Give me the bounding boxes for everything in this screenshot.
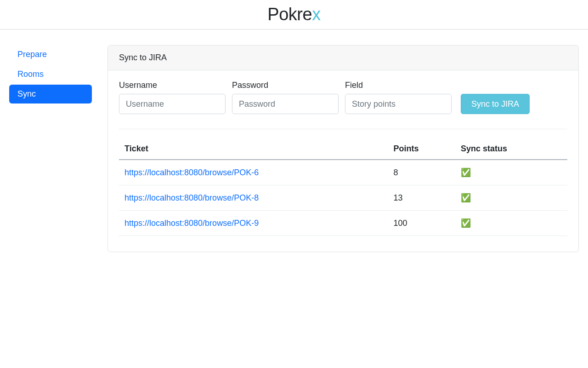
points-cell: 13 (388, 185, 455, 211)
password-input[interactable] (232, 94, 339, 114)
field-input[interactable] (345, 94, 452, 114)
ticket-link[interactable]: https://localhost:8080/browse/POK-9 (124, 218, 259, 228)
check-icon: ✅ (461, 218, 471, 228)
check-icon: ✅ (461, 193, 471, 202)
password-label: Password (232, 80, 339, 90)
username-label: Username (119, 80, 226, 90)
ticket-link[interactable]: https://localhost:8080/browse/POK-8 (124, 193, 259, 202)
col-header-points: Points (388, 138, 455, 160)
table-row: https://localhost:8080/browse/POK-9 100 … (119, 211, 567, 236)
logo-text: Pokre (267, 5, 312, 24)
sync-button[interactable]: Sync to JIRA (461, 94, 530, 114)
col-header-ticket: Ticket (119, 138, 388, 160)
main-container: Prepare Rooms Sync Sync to JIRA Username… (0, 29, 588, 252)
sidebar-item-label: Rooms (17, 69, 44, 79)
sidebar-nav: Prepare Rooms Sync (9, 45, 92, 252)
col-header-status: Sync status (455, 138, 567, 160)
main-panel: Sync to JIRA Username Password Field (107, 45, 579, 252)
card-body: Username Password Field Sync to JIRA (108, 70, 578, 252)
field-group: Field (345, 80, 452, 114)
field-label: Field (345, 80, 452, 90)
sync-form: Username Password Field Sync to JIRA (119, 80, 567, 129)
sidebar-item-label: Prepare (17, 50, 47, 59)
card-title: Sync to JIRA (108, 46, 578, 70)
username-input[interactable] (119, 94, 226, 114)
table-row: https://localhost:8080/browse/POK-8 13 ✅ (119, 185, 567, 211)
tickets-table: Ticket Points Sync status https://localh… (119, 138, 567, 236)
points-cell: 100 (388, 211, 455, 236)
sidebar-item-rooms[interactable]: Rooms (9, 65, 92, 84)
app-header: Pokrex (0, 0, 588, 29)
username-group: Username (119, 80, 226, 114)
table-header-row: Ticket Points Sync status (119, 138, 567, 160)
table-row: https://localhost:8080/browse/POK-6 8 ✅ (119, 160, 567, 185)
sidebar-item-prepare[interactable]: Prepare (9, 45, 92, 64)
logo-accent: x (312, 5, 321, 24)
sidebar-item-sync[interactable]: Sync (9, 85, 92, 104)
ticket-link[interactable]: https://localhost:8080/browse/POK-6 (124, 168, 259, 177)
tickets-table-wrap: Ticket Points Sync status https://localh… (119, 138, 567, 236)
sidebar-item-label: Sync (17, 89, 36, 98)
password-group: Password (232, 80, 339, 114)
app-logo[interactable]: Pokrex (267, 5, 320, 24)
sync-card: Sync to JIRA Username Password Field (107, 45, 579, 252)
points-cell: 8 (388, 160, 455, 185)
check-icon: ✅ (461, 168, 471, 177)
